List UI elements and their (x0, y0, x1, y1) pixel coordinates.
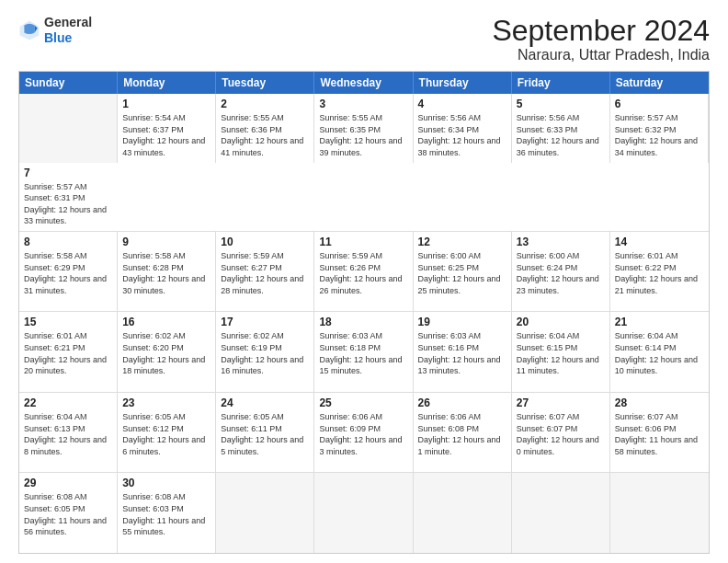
cell-day-number: 10 (221, 236, 309, 248)
cell-day-number: 1 (122, 98, 210, 110)
calendar-day-header: Saturday (610, 72, 709, 94)
logo-text: General Blue (44, 15, 92, 46)
cell-info: Sunrise: 6:02 AM Sunset: 6:20 PM Dayligh… (122, 330, 210, 376)
calendar-cell: 9Sunrise: 5:58 AM Sunset: 6:28 PM Daylig… (118, 232, 216, 312)
cell-day-number: 3 (319, 98, 407, 110)
cell-day-number: 5 (517, 98, 605, 110)
cell-info: Sunrise: 6:04 AM Sunset: 6:14 PM Dayligh… (615, 330, 704, 376)
calendar-row: 29Sunrise: 6:08 AM Sunset: 6:05 PM Dayli… (19, 473, 709, 553)
calendar-cell: 29Sunrise: 6:08 AM Sunset: 6:05 PM Dayli… (19, 473, 118, 553)
calendar-cell: 2Sunrise: 5:55 AM Sunset: 6:36 PM Daylig… (216, 94, 314, 162)
cell-day-number: 19 (418, 316, 506, 328)
cell-day-number: 27 (517, 396, 605, 409)
title-block: September 2024 Naraura, Uttar Pradesh, I… (492, 15, 710, 63)
calendar-day-header: Sunday (19, 72, 118, 94)
cell-day-number: 11 (319, 236, 407, 248)
cell-info: Sunrise: 6:07 AM Sunset: 6:06 PM Dayligh… (615, 411, 704, 457)
header: General Blue September 2024 Naraura, Utt… (18, 15, 710, 63)
calendar: SundayMondayTuesdayWednesdayThursdayFrid… (18, 71, 710, 554)
cell-info: Sunrise: 6:06 AM Sunset: 6:09 PM Dayligh… (319, 411, 407, 457)
cell-info: Sunrise: 6:00 AM Sunset: 6:25 PM Dayligh… (418, 250, 506, 296)
calendar-day-header: Wednesday (314, 72, 413, 94)
calendar-header: SundayMondayTuesdayWednesdayThursdayFrid… (19, 72, 709, 94)
cell-day-number: 21 (615, 316, 704, 328)
cell-info: Sunrise: 5:59 AM Sunset: 6:27 PM Dayligh… (221, 250, 309, 296)
cell-info: Sunrise: 6:07 AM Sunset: 6:07 PM Dayligh… (517, 411, 605, 457)
cell-day-number: 24 (221, 396, 309, 409)
calendar-cell (610, 473, 709, 553)
calendar-cell: 6Sunrise: 5:57 AM Sunset: 6:32 PM Daylig… (610, 94, 709, 162)
cell-day-number: 4 (418, 98, 506, 110)
cell-info: Sunrise: 6:04 AM Sunset: 6:15 PM Dayligh… (517, 330, 605, 376)
calendar-cell: 7Sunrise: 5:57 AM Sunset: 6:31 PM Daylig… (19, 163, 118, 231)
cell-info: Sunrise: 5:55 AM Sunset: 6:35 PM Dayligh… (319, 112, 407, 158)
calendar-cell: 3Sunrise: 5:55 AM Sunset: 6:35 PM Daylig… (314, 94, 413, 162)
cell-info: Sunrise: 6:02 AM Sunset: 6:19 PM Dayligh… (221, 330, 309, 376)
calendar-cell: 17Sunrise: 6:02 AM Sunset: 6:19 PM Dayli… (216, 312, 314, 392)
calendar-cell: 22Sunrise: 6:04 AM Sunset: 6:13 PM Dayli… (19, 393, 118, 473)
main-title: September 2024 (492, 15, 710, 47)
cell-info: Sunrise: 6:08 AM Sunset: 6:05 PM Dayligh… (24, 491, 112, 537)
calendar-body: 1Sunrise: 5:54 AM Sunset: 6:37 PM Daylig… (19, 94, 709, 553)
calendar-cell: 24Sunrise: 6:05 AM Sunset: 6:11 PM Dayli… (216, 393, 314, 473)
cell-day-number: 15 (24, 316, 112, 328)
cell-day-number: 9 (122, 236, 210, 248)
logo-icon (18, 19, 40, 41)
cell-day-number: 23 (122, 396, 210, 409)
cell-day-number: 28 (615, 396, 704, 409)
calendar-cell: 25Sunrise: 6:06 AM Sunset: 6:09 PM Dayli… (314, 393, 413, 473)
cell-day-number: 20 (517, 316, 605, 328)
cell-info: Sunrise: 6:03 AM Sunset: 6:16 PM Dayligh… (418, 330, 506, 376)
calendar-cell: 18Sunrise: 6:03 AM Sunset: 6:18 PM Dayli… (314, 312, 413, 392)
cell-info: Sunrise: 5:54 AM Sunset: 6:37 PM Dayligh… (122, 112, 210, 158)
calendar-cell: 13Sunrise: 6:00 AM Sunset: 6:24 PM Dayli… (512, 232, 610, 312)
calendar-cell: 4Sunrise: 5:56 AM Sunset: 6:34 PM Daylig… (414, 94, 512, 162)
cell-info: Sunrise: 5:57 AM Sunset: 6:31 PM Dayligh… (24, 181, 113, 227)
calendar-cell: 11Sunrise: 5:59 AM Sunset: 6:26 PM Dayli… (314, 232, 413, 312)
cell-info: Sunrise: 6:01 AM Sunset: 6:22 PM Dayligh… (615, 250, 704, 296)
calendar-cell: 14Sunrise: 6:01 AM Sunset: 6:22 PM Dayli… (610, 232, 709, 312)
cell-day-number: 8 (24, 236, 112, 248)
calendar-row: 22Sunrise: 6:04 AM Sunset: 6:13 PM Dayli… (19, 393, 709, 474)
calendar-cell (19, 94, 118, 162)
calendar-row: 8Sunrise: 5:58 AM Sunset: 6:29 PM Daylig… (19, 232, 709, 313)
calendar-cell: 23Sunrise: 6:05 AM Sunset: 6:12 PM Dayli… (118, 393, 216, 473)
calendar-cell (414, 473, 512, 553)
calendar-row: 1Sunrise: 5:54 AM Sunset: 6:37 PM Daylig… (19, 94, 709, 232)
calendar-day-header: Friday (512, 72, 610, 94)
calendar-cell: 30Sunrise: 6:08 AM Sunset: 6:03 PM Dayli… (118, 473, 216, 553)
cell-info: Sunrise: 6:01 AM Sunset: 6:21 PM Dayligh… (24, 330, 112, 376)
subtitle: Naraura, Uttar Pradesh, India (492, 47, 710, 63)
cell-info: Sunrise: 5:58 AM Sunset: 6:29 PM Dayligh… (24, 250, 112, 296)
cell-info: Sunrise: 5:59 AM Sunset: 6:26 PM Dayligh… (319, 250, 407, 296)
cell-info: Sunrise: 6:05 AM Sunset: 6:11 PM Dayligh… (221, 411, 309, 457)
cell-info: Sunrise: 6:00 AM Sunset: 6:24 PM Dayligh… (517, 250, 605, 296)
cell-info: Sunrise: 5:56 AM Sunset: 6:33 PM Dayligh… (517, 112, 605, 158)
cell-day-number: 29 (24, 477, 112, 489)
cell-day-number: 6 (615, 98, 703, 110)
calendar-cell: 16Sunrise: 6:02 AM Sunset: 6:20 PM Dayli… (118, 312, 216, 392)
calendar-cell (512, 473, 610, 553)
calendar-day-header: Monday (118, 72, 216, 94)
cell-day-number: 7 (24, 167, 113, 179)
calendar-row: 15Sunrise: 6:01 AM Sunset: 6:21 PM Dayli… (19, 312, 709, 393)
cell-info: Sunrise: 6:05 AM Sunset: 6:12 PM Dayligh… (122, 411, 210, 457)
cell-info: Sunrise: 5:55 AM Sunset: 6:36 PM Dayligh… (221, 112, 309, 158)
calendar-cell: 19Sunrise: 6:03 AM Sunset: 6:16 PM Dayli… (414, 312, 512, 392)
cell-day-number: 17 (221, 316, 309, 328)
cell-day-number: 26 (418, 396, 506, 409)
calendar-cell: 12Sunrise: 6:00 AM Sunset: 6:25 PM Dayli… (414, 232, 512, 312)
calendar-cell: 26Sunrise: 6:06 AM Sunset: 6:08 PM Dayli… (414, 393, 512, 473)
cell-day-number: 2 (221, 98, 309, 110)
calendar-cell: 10Sunrise: 5:59 AM Sunset: 6:27 PM Dayli… (216, 232, 314, 312)
cell-info: Sunrise: 6:03 AM Sunset: 6:18 PM Dayligh… (319, 330, 407, 376)
cell-day-number: 16 (122, 316, 210, 328)
cell-day-number: 22 (24, 396, 112, 409)
calendar-cell (216, 473, 314, 553)
logo-general: General (44, 15, 92, 29)
calendar-cell (314, 473, 413, 553)
cell-day-number: 30 (122, 477, 210, 489)
calendar-cell: 5Sunrise: 5:56 AM Sunset: 6:33 PM Daylig… (512, 94, 610, 162)
cell-day-number: 25 (319, 396, 407, 409)
calendar-cell: 20Sunrise: 6:04 AM Sunset: 6:15 PM Dayli… (512, 312, 610, 392)
